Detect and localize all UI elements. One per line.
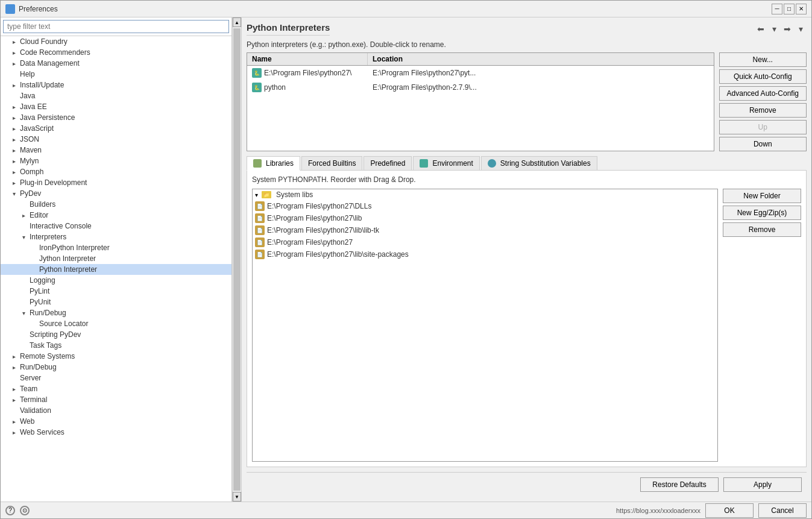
- libs-buttons: New Folder New Egg/Zip(s) Remove: [723, 189, 801, 462]
- maximize-button[interactable]: □: [784, 4, 795, 14]
- tree-arrow: [10, 60, 17, 67]
- tree-item-editor[interactable]: Editor: [1, 210, 231, 221]
- tree-container: Cloud Foundry Code Recommenders Data Man…: [1, 36, 231, 502]
- tree-item-terminal[interactable]: Terminal: [1, 394, 231, 405]
- tab-string-substitution[interactable]: String Substitution Variables: [481, 156, 597, 170]
- left-scrollbar[interactable]: ▲ ▼: [232, 17, 242, 502]
- tree-item-code-recommenders[interactable]: Code Recommenders: [1, 47, 231, 58]
- tree-item-jython[interactable]: Jython Interpreter: [1, 253, 231, 264]
- tree-arrow: [10, 418, 17, 425]
- tree-item-validation[interactable]: Validation: [1, 405, 231, 416]
- tree-item-python-interpreter[interactable]: Python Interpreter: [1, 264, 231, 275]
- tree-item-plugin-development[interactable]: Plug-in Development: [1, 177, 231, 188]
- table-header: Name Location: [247, 53, 714, 66]
- nav-dropdown-forward[interactable]: ▾: [795, 23, 807, 35]
- remove-interpreter-button[interactable]: Remove: [719, 103, 807, 118]
- info-icon[interactable]: ⊙: [20, 506, 30, 515]
- tree-item-run-debug[interactable]: Run/Debug: [1, 362, 231, 373]
- right-panel: Python Interpreters ⬅ ▾ ➡ ▾ Python inter…: [242, 17, 811, 502]
- environment-icon: [420, 159, 428, 168]
- tab-environment[interactable]: Environment: [413, 156, 479, 170]
- tree-item-source-locator[interactable]: Source Locator: [1, 318, 231, 329]
- tree-item-server[interactable]: Server: [1, 373, 231, 383]
- tree-item-team[interactable]: Team: [1, 383, 231, 394]
- apply-button[interactable]: Apply: [723, 477, 802, 492]
- lib-item-3[interactable]: 📄 E:\Program Files\python27: [253, 236, 717, 248]
- quick-auto-config-button[interactable]: Quick Auto-Config: [719, 69, 807, 84]
- tree-item-ironpython[interactable]: IronPython Interpreter: [1, 242, 231, 253]
- tree-arrow: [10, 136, 17, 143]
- tree-item-cloud-foundry[interactable]: Cloud Foundry: [1, 36, 231, 47]
- tab-forced-builtins[interactable]: Forced Builtins: [301, 156, 362, 170]
- nav-toolbar: ⬅ ▾ ➡ ▾: [755, 23, 807, 35]
- string-sub-icon: [488, 159, 496, 168]
- status-icons: ? ⊙: [5, 506, 30, 515]
- nav-dropdown-back[interactable]: ▾: [768, 23, 780, 35]
- tree-item-pylint[interactable]: PyLint: [1, 286, 231, 297]
- row-name-0: 🐍 E:\Program Files\python27\: [247, 67, 368, 79]
- filter-input[interactable]: [3, 20, 229, 33]
- tree-arrow: [10, 103, 17, 110]
- ok-button[interactable]: OK: [705, 503, 754, 518]
- minimize-button[interactable]: ─: [772, 4, 782, 14]
- tree-item-builders[interactable]: Builders: [1, 199, 231, 210]
- lib-item-1[interactable]: 📄 E:\Program Files\python27\lib: [253, 212, 717, 224]
- tree-item-mylyn[interactable]: Mylyn: [1, 156, 231, 166]
- tree-item-web[interactable]: Web: [1, 416, 231, 427]
- tree-item-remote-systems[interactable]: Remote Systems: [1, 351, 231, 362]
- lib-item-4[interactable]: 📄 E:\Program Files\python27\lib\site-pac…: [253, 248, 717, 260]
- row-name-1: 🐍 python: [247, 81, 368, 93]
- new-egg-zip-button[interactable]: New Egg/Zip(s): [723, 206, 801, 220]
- restore-defaults-button[interactable]: Restore Defaults: [640, 477, 719, 492]
- tree-arrow: [20, 212, 27, 219]
- lib-item-2[interactable]: 📄 E:\Program Files\python27\lib\lib-tk: [253, 224, 717, 236]
- lib-item-0[interactable]: 📄 E:\Program Files\python27\DLLs: [253, 200, 717, 212]
- tree-item-interpreters[interactable]: Interpreters: [1, 231, 231, 242]
- tree-item-data-management[interactable]: Data Management: [1, 58, 231, 69]
- tree-item-java-ee[interactable]: Java EE: [1, 101, 231, 112]
- tree-item-java-persistence[interactable]: Java Persistence: [1, 112, 231, 123]
- window-title: Preferences: [19, 5, 58, 13]
- down-button[interactable]: Down: [719, 137, 807, 151]
- cancel-button[interactable]: Cancel: [758, 503, 807, 518]
- tree-item-javascript[interactable]: JavaScript: [1, 123, 231, 134]
- help-icon[interactable]: ?: [5, 506, 15, 515]
- tree-item-run-debug-pydev[interactable]: Run/Debug: [1, 307, 231, 318]
- nav-forward-button[interactable]: ➡: [781, 23, 793, 35]
- tree-item-pyunit[interactable]: PyUnit: [1, 297, 231, 307]
- tree-item-install-update[interactable]: Install/Update: [1, 80, 231, 90]
- tree-item-oomph[interactable]: Oomph: [1, 166, 231, 177]
- tree-item-web-services[interactable]: Web Services: [1, 427, 231, 438]
- tree-item-task-tags[interactable]: Task Tags: [1, 340, 231, 351]
- remove-lib-button[interactable]: Remove: [723, 222, 801, 237]
- row-location-0: E:\Program Files\python27\pyt...: [368, 68, 714, 78]
- scroll-down-btn[interactable]: ▼: [233, 492, 241, 502]
- nav-back-button[interactable]: ⬅: [755, 23, 767, 35]
- tab-libraries[interactable]: Libraries: [247, 156, 300, 171]
- py-icon: 🐍: [252, 83, 262, 92]
- tab-predefined[interactable]: Predefined: [364, 156, 412, 170]
- tree-item-json[interactable]: JSON: [1, 134, 231, 145]
- tree-item-java[interactable]: Java: [1, 90, 231, 101]
- lib-file-icon: 📄: [255, 213, 265, 223]
- new-button[interactable]: New...: [719, 52, 807, 67]
- lib-file-icon: 📄: [255, 237, 265, 247]
- close-button[interactable]: ✕: [796, 4, 807, 14]
- tree-item-maven[interactable]: Maven: [1, 145, 231, 156]
- tree-item-pydev[interactable]: PyDev: [1, 188, 231, 199]
- tree-item-interactive-console[interactable]: Interactive Console: [1, 221, 231, 231]
- system-libs-root[interactable]: ▾ 📁 System libs: [253, 189, 717, 200]
- tab-content: System PYTHONPATH. Reorder with Drag & D…: [247, 171, 807, 467]
- tree-item-logging[interactable]: Logging: [1, 275, 231, 286]
- bottom-bar: Restore Defaults Apply: [247, 472, 807, 497]
- new-folder-button[interactable]: New Folder: [723, 189, 801, 203]
- up-button[interactable]: Up: [719, 120, 807, 134]
- scroll-up-btn[interactable]: ▲: [233, 17, 241, 27]
- table-row[interactable]: 🐍 E:\Program Files\python27\ E:\Program …: [247, 66, 714, 80]
- tree-item-help[interactable]: Help: [1, 69, 231, 80]
- tree-item-scripting-pydev[interactable]: Scripting PyDev: [1, 329, 231, 340]
- table-row[interactable]: 🐍 python E:\Program Files\python-2.7.9\.…: [247, 80, 714, 95]
- tree-arrow: [10, 353, 17, 360]
- tree-arrow: [10, 429, 17, 436]
- advanced-auto-config-button[interactable]: Advanced Auto-Config: [719, 86, 807, 101]
